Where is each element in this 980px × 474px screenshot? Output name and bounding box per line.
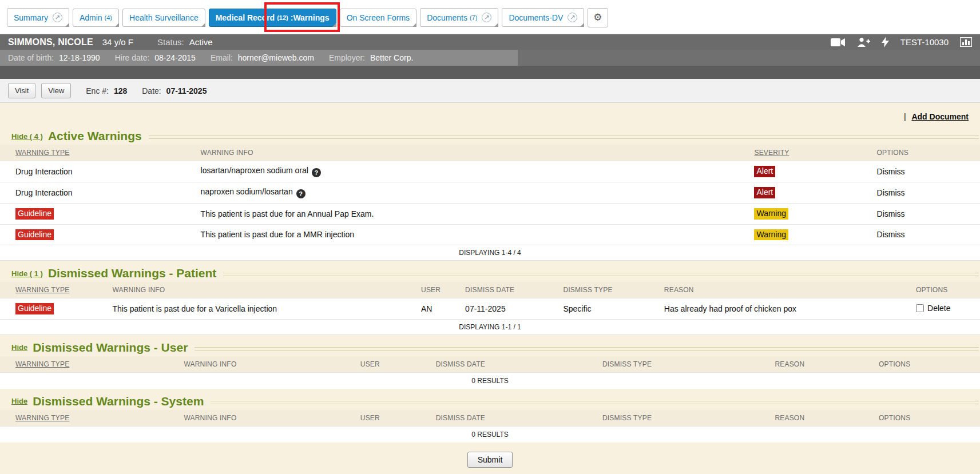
dismiss-link[interactable]: Dismiss — [877, 188, 905, 197]
view-button[interactable]: View — [41, 83, 71, 98]
column-header-options: OPTIONS — [877, 149, 908, 157]
visit-button[interactable]: Visit — [8, 83, 35, 98]
video-camera-icon[interactable] — [831, 38, 846, 47]
column-header-user: USER — [421, 286, 441, 294]
dismiss-link[interactable]: Dismiss — [877, 167, 905, 176]
tab-label: Summary — [14, 13, 48, 22]
column-header-warning-type[interactable]: WARNING TYPE — [15, 286, 69, 294]
section-dismissed-patient: Hide ( 1 ) Dismissed Warnings - Patient … — [0, 266, 980, 335]
section-title: Dismissed Warnings - User — [33, 341, 188, 354]
patient-status: Status: Active — [157, 37, 213, 47]
tab-admin[interactable]: Admin (4) — [73, 9, 119, 27]
page: Summary ↗ Admin (4) Health Surveillance … — [0, 0, 980, 474]
add-document-row: | Add Document — [0, 103, 980, 124]
field-value: Better Corp. — [370, 53, 413, 62]
dismiss-link[interactable]: Dismiss — [877, 209, 905, 218]
hide-toggle-dismissed-patient[interactable]: Hide ( 1 ) — [11, 269, 43, 278]
dismiss-link[interactable]: Dismiss — [877, 230, 905, 239]
column-header-reason: REASON — [775, 414, 804, 422]
section-header: Hide ( 4 ) Active Warnings — [0, 129, 980, 145]
severity-badge: Warning — [754, 208, 788, 220]
delete-label: Delete — [927, 304, 950, 313]
dismiss-reason: Has already had proof of chicken pox — [664, 304, 796, 313]
section-title: Dismissed Warnings - Patient — [48, 266, 216, 280]
table-header-row: WARNING TYPE WARNING INFO USER DISMISS D… — [0, 282, 980, 298]
section-dismissed-user: Hide Dismissed Warnings - User WARNING T… — [0, 341, 980, 389]
hide-toggle-dismissed-system[interactable]: Hide — [11, 397, 27, 405]
patient-banner-row1: SIMMONS, NICOLE 34 y/o F Status: Active … — [0, 34, 980, 50]
banner-dark-strip — [0, 66, 980, 79]
submit-button[interactable]: Submit — [467, 452, 513, 468]
field-label: Employer: — [329, 53, 365, 62]
paging-status: DISPLAYING 1-4 / 4 — [0, 245, 980, 261]
warning-type-badge: Guideline — [15, 303, 54, 314]
dismissed-patient-table: WARNING TYPE WARNING INFO USER DISMISS D… — [0, 282, 980, 335]
delete-option: Delete — [916, 304, 950, 313]
popout-icon[interactable]: ↗ — [568, 13, 577, 22]
decorative-rule — [211, 401, 979, 404]
column-header-severity[interactable]: SEVERITY — [754, 149, 789, 157]
column-header-warning-info: WARNING INFO — [184, 360, 236, 368]
empty-results: 0 RESULTS — [0, 426, 980, 443]
patient-name: SIMMONS, NICOLE — [8, 37, 93, 47]
section-title: Active Warnings — [48, 129, 142, 143]
encounter-date: Date: 07-11-2025 — [142, 86, 207, 95]
field-value: 12-18-1990 — [59, 53, 100, 62]
column-header-dismiss-date: DISMISS DATE — [465, 286, 514, 294]
hire-date-field: Hire date: 08-24-2015 — [115, 53, 196, 62]
severity-badge: Alert — [754, 166, 775, 177]
add-document-link[interactable]: Add Document — [911, 112, 969, 121]
help-icon[interactable]: ? — [312, 168, 321, 177]
popout-icon[interactable]: ↗ — [482, 13, 491, 22]
column-header-warning-type[interactable]: WARNING TYPE — [15, 149, 69, 157]
visit-bar: Visit View Enc #: 128 Date: 07-11-2025 — [0, 79, 980, 103]
column-header-dismiss-type: DISMISS TYPE — [602, 414, 652, 422]
tab-health-surveillance[interactable]: Health Surveillance — [122, 9, 205, 27]
hide-toggle-dismissed-user[interactable]: Hide — [11, 343, 27, 352]
tab-label: Documents-DV — [509, 13, 563, 22]
section-header: Hide Dismissed Warnings - User — [0, 341, 980, 356]
column-header-warning-info: WARNING INFO — [201, 149, 253, 157]
main-content: | Add Document Hide ( 4 ) Active Warning… — [0, 103, 980, 474]
separator: | — [904, 112, 906, 121]
paging-status: DISPLAYING 1-1 / 1 — [0, 319, 980, 334]
delete-checkbox[interactable] — [916, 304, 924, 312]
table-header-row: WARNING TYPE WARNING INFO USER DISMISS D… — [0, 356, 980, 373]
patient-demographics-row: Date of birth: 12-18-1990 Hire date: 08-… — [0, 50, 980, 66]
tab-count: (12) — [277, 14, 288, 21]
tab-label: On Screen Forms — [347, 13, 410, 22]
email-field: Email: horner@mieweb.com — [211, 53, 314, 62]
table-row: Guideline This patient is past due for a… — [0, 224, 980, 245]
tab-documents[interactable]: Documents (7) ↗ — [420, 8, 498, 27]
hide-toggle-active-warnings[interactable]: Hide ( 4 ) — [11, 132, 43, 141]
tab-medical-record-warnings[interactable]: Medical Record (12) :Warnings — [209, 9, 336, 27]
column-header-options: OPTIONS — [916, 286, 947, 294]
date-label: Date: — [142, 86, 161, 95]
settings-gear-button[interactable]: ⚙ — [588, 8, 608, 27]
column-header-warning-info: WARNING INFO — [184, 414, 236, 422]
tab-on-screen-forms[interactable]: On Screen Forms — [340, 9, 416, 27]
column-header-reason: REASON — [664, 286, 694, 294]
patient-banner: SIMMONS, NICOLE 34 y/o F Status: Active … — [0, 34, 980, 79]
column-header-warning-type[interactable]: WARNING TYPE — [15, 414, 69, 422]
field-label: Date of birth: — [8, 53, 54, 62]
warning-type-badge: Guideline — [15, 229, 54, 241]
add-person-icon[interactable] — [857, 37, 870, 47]
flowsheet-chart-icon[interactable] — [960, 37, 972, 47]
column-header-warning-type[interactable]: WARNING TYPE — [15, 360, 69, 368]
tab-documents-dv[interactable]: Documents-DV ↗ — [502, 8, 584, 27]
severity-badge: Warning — [754, 229, 788, 241]
patient-age-sex: 34 y/o F — [102, 37, 133, 47]
field-label: Hire date: — [115, 53, 150, 62]
lightning-bolt-icon[interactable] — [882, 37, 889, 47]
warning-type: Drug Interaction — [15, 167, 73, 176]
empty-results-row: 0 RESULTS — [0, 426, 980, 443]
help-icon[interactable]: ? — [296, 189, 305, 198]
active-warnings-table: WARNING TYPE WARNING INFO SEVERITY OPTIO… — [0, 145, 980, 261]
popout-icon[interactable]: ↗ — [53, 13, 62, 22]
warning-type-badge: Guideline — [15, 208, 54, 220]
tab-suffix: :Warnings — [291, 13, 330, 22]
user-initials: AN — [421, 304, 432, 313]
tab-summary[interactable]: Summary ↗ — [7, 8, 69, 27]
decorative-rule — [149, 136, 979, 139]
